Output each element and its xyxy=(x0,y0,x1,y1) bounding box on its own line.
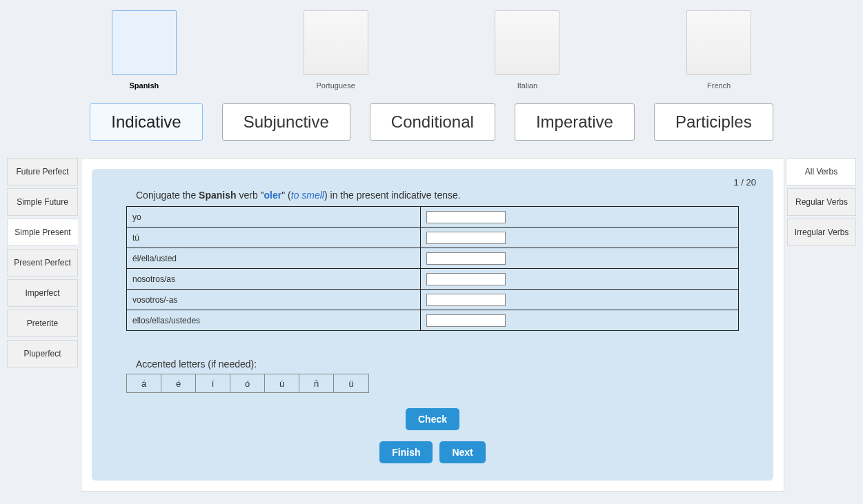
language-label: Portuguese xyxy=(304,81,368,90)
answer-cell xyxy=(420,310,738,331)
language-portuguese[interactable]: Portuguese xyxy=(304,10,368,90)
table-row: tú xyxy=(127,228,739,248)
conjugation-table: yotúél/ella/ustednosotros/asvosotros/-as… xyxy=(126,206,739,331)
conjugation-input[interactable] xyxy=(426,252,506,265)
mood-tabs: IndicativeSubjunctiveConditionalImperati… xyxy=(0,97,863,158)
tense-tab-present-perfect[interactable]: Present Perfect xyxy=(7,249,78,276)
mood-tab-indicative[interactable]: Indicative xyxy=(90,103,202,141)
tense-tab-preterite[interactable]: Preterite xyxy=(7,310,78,337)
accent-á[interactable]: á xyxy=(127,374,161,392)
table-row: yo xyxy=(127,207,739,228)
language-flag-row: SpanishPortugueseItalianFrench xyxy=(0,0,863,97)
answer-cell xyxy=(420,248,738,269)
pronoun-cell: ellos/ellas/ustedes xyxy=(127,310,421,331)
language-italian[interactable]: Italian xyxy=(495,10,559,90)
exercise-panel: 1 / 20 Conjugate the Spanish verb "oler"… xyxy=(81,158,784,492)
accent-ü[interactable]: ü xyxy=(334,374,368,392)
answer-cell xyxy=(420,290,738,310)
prompt-lead: Conjugate the xyxy=(136,190,199,201)
pronoun-cell: yo xyxy=(127,207,421,228)
accent-í[interactable]: í xyxy=(196,374,230,392)
answer-cell xyxy=(420,207,738,228)
pronoun-cell: tú xyxy=(127,228,421,248)
mood-tab-subjunctive[interactable]: Subjunctive xyxy=(222,103,350,141)
language-label: French xyxy=(686,81,751,90)
tense-tab-simple-future[interactable]: Simple Future xyxy=(7,188,78,216)
conjugation-input[interactable] xyxy=(426,314,506,327)
next-button[interactable]: Next xyxy=(439,441,485,463)
mood-tab-imperative[interactable]: Imperative xyxy=(515,103,635,141)
prompt-text: verb " xyxy=(237,190,264,201)
exercise-card: 1 / 20 Conjugate the Spanish verb "oler"… xyxy=(92,169,773,481)
tense-tab-imperfect[interactable]: Imperfect xyxy=(7,279,78,307)
verb-filter-all-verbs[interactable]: All Verbs xyxy=(787,158,856,185)
verb-filter-regular-verbs[interactable]: Regular Verbs xyxy=(787,188,856,216)
accent-ú[interactable]: ú xyxy=(265,374,299,392)
check-button[interactable]: Check xyxy=(406,408,459,430)
prompt-verb: oler xyxy=(264,190,282,201)
conjugation-input[interactable] xyxy=(426,294,506,306)
prompt-translation: to smell xyxy=(291,190,324,201)
prompt-text: ) in the present indicative tense. xyxy=(324,190,461,201)
tense-sidebar: Future PerfectSimple FutureSimple Presen… xyxy=(7,158,78,492)
tense-tab-pluperfect[interactable]: Pluperfect xyxy=(7,340,78,367)
pronoun-cell: vosotros/-as xyxy=(127,290,421,310)
table-row: ellos/ellas/ustedes xyxy=(127,310,739,331)
accent-button-row: áéíóúñü xyxy=(126,374,369,393)
verb-filter-sidebar: All VerbsRegular VerbsIrregular Verbs xyxy=(787,158,856,492)
tense-tab-simple-present[interactable]: Simple Present xyxy=(7,219,78,246)
prompt-language: Spanish xyxy=(199,190,236,201)
exercise-prompt: Conjugate the Spanish verb "oler" (to sm… xyxy=(136,190,739,201)
mood-tab-participles[interactable]: Participles xyxy=(654,103,773,141)
conjugation-input[interactable] xyxy=(426,232,506,244)
tense-tab-future-perfect[interactable]: Future Perfect xyxy=(7,158,78,185)
table-row: nosotros/as xyxy=(127,269,739,290)
table-row: él/ella/usted xyxy=(127,248,739,269)
verb-filter-irregular-verbs[interactable]: Irregular Verbs xyxy=(787,219,856,246)
progress-counter: 1 / 20 xyxy=(733,177,756,188)
answer-cell xyxy=(420,269,738,290)
pronoun-cell: nosotros/as xyxy=(127,269,421,290)
accent-é[interactable]: é xyxy=(161,374,196,392)
accent-ñ[interactable]: ñ xyxy=(299,374,334,392)
conjugation-input[interactable] xyxy=(426,211,506,223)
answer-cell xyxy=(420,228,738,248)
language-spanish[interactable]: Spanish xyxy=(112,10,177,90)
language-label: Spanish xyxy=(112,81,177,90)
language-label: Italian xyxy=(495,81,559,90)
conjugation-input[interactable] xyxy=(426,273,506,285)
pronoun-cell: él/ella/usted xyxy=(127,248,421,269)
table-row: vosotros/-as xyxy=(127,290,739,310)
prompt-text: " ( xyxy=(281,190,291,201)
language-french[interactable]: French xyxy=(686,10,751,90)
accent-label: Accented letters (if needed): xyxy=(136,359,739,370)
mood-tab-conditional[interactable]: Conditional xyxy=(370,103,495,141)
finish-button[interactable]: Finish xyxy=(379,441,433,463)
accent-ó[interactable]: ó xyxy=(230,374,265,392)
